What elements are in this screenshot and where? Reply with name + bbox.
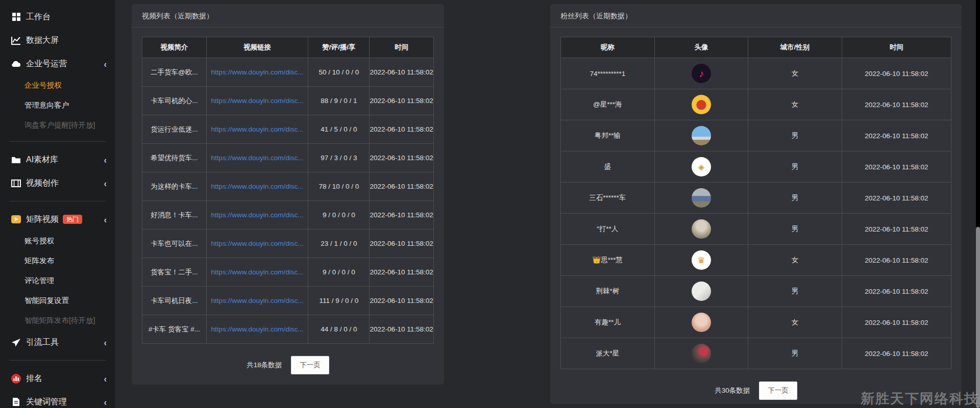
- video-link[interactable]: https://www.douyin.com/disc...: [211, 97, 304, 105]
- sidebar-subitem-smart-matrix-publish: 智能矩阵发布[待开放]: [0, 311, 115, 330]
- chart-icon: [11, 36, 21, 45]
- table-row: 卡车司机的心... https://www.douyin.com/disc...…: [142, 87, 434, 115]
- chevron-left-icon: ‹: [104, 215, 106, 224]
- col-video-link: 视频链接: [206, 37, 308, 58]
- table-row: 盛 男 2022-06-10 11:58:02: [561, 151, 951, 183]
- sidebar-subitem-inquiry-reminder: 询盘客户提醒[待开放]: [0, 115, 115, 135]
- video-table: 视频简介 视频链接 赞/评/播/享 时间 二手货车@欧... https://w…: [142, 37, 434, 344]
- table-row: 👑思***慧 女 2022-06-10 11:58:02: [561, 245, 951, 276]
- divider: [9, 141, 106, 142]
- table-row: 派大*星 男 2022-06-10 11:58:02: [561, 338, 951, 369]
- sidebar-item-ai-library[interactable]: AI素材库 ‹: [0, 148, 115, 171]
- sidebar-item-label: 视频创作: [26, 178, 59, 189]
- sidebar-item-video-creation[interactable]: 视频创作 ‹: [0, 171, 115, 195]
- col-fan-city-gender: 城市/性别: [748, 37, 842, 58]
- sidebar-item-label: 矩阵视频: [26, 214, 59, 225]
- sidebar-item-label: AI素材库: [26, 155, 58, 165]
- table-row: 二手货车@欧... https://www.douyin.com/disc...…: [142, 58, 434, 87]
- video-link[interactable]: https://www.douyin.com/disc...: [211, 268, 304, 276]
- document-icon: [11, 397, 21, 407]
- sidebar-item-label: 排名: [26, 373, 42, 384]
- chevron-left-icon: ‹: [104, 178, 106, 188]
- avatar: [692, 313, 711, 332]
- table-row: 74*********1 女 2022-06-10 11:58:02: [561, 58, 951, 89]
- col-fan-nick: 昵称: [561, 37, 655, 58]
- col-fan-avatar: 头像: [654, 37, 748, 58]
- avatar: [692, 126, 711, 145]
- sidebar-item-traffic-tools[interactable]: 引流工具 ‹: [0, 330, 115, 354]
- sidebar-subitem-smart-reply[interactable]: 智能回复设置: [0, 291, 115, 311]
- table-row: 有趣**儿 女 2022-06-10 11:58:02: [561, 307, 951, 338]
- table-row: @星***海 女 2022-06-10 11:58:02: [561, 89, 951, 120]
- sidebar-subitem-account-auth[interactable]: 账号授权: [0, 231, 115, 251]
- sidebar-item-label: 数据大屏: [26, 35, 59, 46]
- grid-icon: [11, 12, 21, 22]
- video-link[interactable]: https://www.douyin.com/disc...: [211, 154, 304, 162]
- sidebar-subitem-comment-manage[interactable]: 评论管理: [0, 271, 115, 291]
- sidebar-item-matrix-video[interactable]: 矩阵视频 热门 ‹: [0, 208, 115, 231]
- avatar: [692, 282, 711, 301]
- sidebar-item-label: 关键词管理: [26, 397, 67, 407]
- video-link[interactable]: https://www.douyin.com/disc...: [211, 325, 304, 333]
- col-fan-time: 时间: [842, 37, 951, 58]
- video-link[interactable]: https://www.douyin.com/disc...: [211, 240, 304, 247]
- fan-table-header: 昵称 头像 城市/性别 时间: [561, 37, 951, 58]
- sidebar-item-label: 企业号运营: [26, 59, 67, 69]
- sidebar-subitem-manage-intent-customers[interactable]: 管理意向客户: [0, 95, 115, 115]
- sidebar-item-ranking[interactable]: 排名 ‹: [0, 367, 115, 390]
- video-link[interactable]: https://www.douyin.com/disc...: [211, 183, 304, 190]
- avatar: [692, 157, 711, 176]
- table-row: 粤邦**输 男 2022-06-10 11:58:02: [561, 120, 951, 151]
- hot-badge: 热门: [63, 215, 82, 224]
- fan-list-title: 粉丝列表（近期数据）: [550, 4, 962, 28]
- video-list-card: 视频列表（近期数据） 视频简介 视频链接 赞/评/播/享 时间 二手货车@欧..…: [132, 4, 444, 385]
- table-row: 希望优待货车... https://www.douyin.com/disc...…: [142, 144, 434, 172]
- fan-total-count: 共30条数据: [715, 387, 750, 394]
- chevron-left-icon: ‹: [104, 59, 106, 69]
- sidebar-item-enterprise[interactable]: 企业号运营 ‹: [0, 52, 115, 75]
- divider: [9, 360, 106, 361]
- chevron-left-icon: ‹: [104, 397, 106, 407]
- video-link[interactable]: https://www.douyin.com/disc...: [211, 68, 304, 76]
- table-row: 为这样的卡车... https://www.douyin.com/disc...…: [142, 172, 434, 201]
- table-row: 荆棘*树 男 2022-06-10 11:58:02: [561, 276, 951, 307]
- avatar: [692, 219, 711, 239]
- avatar: [692, 250, 711, 270]
- video-next-page-button[interactable]: 下一页: [291, 356, 329, 374]
- sidebar-subitem-matrix-publish[interactable]: 矩阵发布: [0, 251, 115, 271]
- avatar: [692, 95, 711, 114]
- sidebar: 工作台 数据大屏 企业号运营 ‹ 企业号授权 管理意向客户 询盘客户提醒[待开放…: [0, 0, 115, 408]
- sidebar-item-label: 工作台: [26, 12, 51, 22]
- video-list-title: 视频列表（近期数据）: [132, 4, 444, 28]
- table-row: #卡车 货客宝 #... https://www.douyin.com/disc…: [142, 315, 434, 344]
- video-total-count: 共18条数据: [247, 361, 282, 369]
- chevron-left-icon: ‹: [104, 338, 106, 347]
- sidebar-item-keyword-manage[interactable]: 关键词管理 ‹: [0, 390, 115, 408]
- vertical-scrollbar-thumb[interactable]: [976, 227, 980, 408]
- sidebar-item-label: 引流工具: [26, 337, 59, 348]
- fan-next-page-button[interactable]: 下一页: [759, 381, 797, 400]
- fan-list-card: 粉丝列表（近期数据） 昵称 头像 城市/性别 时间 74*********1: [550, 4, 962, 404]
- sidebar-item-datascreen[interactable]: 数据大屏: [0, 29, 115, 52]
- video-table-header: 视频简介 视频链接 赞/评/播/享 时间: [142, 37, 434, 58]
- col-video-time: 时间: [370, 37, 434, 58]
- play-icon: [11, 215, 21, 224]
- folder-icon: [11, 155, 21, 165]
- video-link[interactable]: https://www.douyin.com/disc...: [211, 297, 304, 304]
- table-row: “打**人 男 2022-06-10 11:58:02: [561, 214, 951, 245]
- ranking-icon: [11, 374, 21, 384]
- chevron-left-icon: ‹: [104, 155, 106, 165]
- chevron-left-icon: ‹: [104, 374, 106, 384]
- sidebar-item-workbench[interactable]: 工作台: [0, 5, 115, 29]
- table-row: 货运行业低迷... https://www.douyin.com/disc...…: [142, 115, 434, 144]
- fan-table: 昵称 头像 城市/性别 时间 74*********1 女 2022-06-10…: [560, 37, 951, 369]
- video-link[interactable]: https://www.douyin.com/disc...: [211, 125, 304, 133]
- table-row: 三石******车 男 2022-06-10 11:58:02: [561, 183, 951, 214]
- divider: [9, 201, 106, 201]
- main-content: 视频列表（近期数据） 视频简介 视频链接 赞/评/播/享 时间 二手货车@欧..…: [115, 0, 962, 408]
- avatar: [692, 64, 711, 83]
- paper-plane-icon: [11, 338, 21, 347]
- sidebar-subitem-enterprise-auth[interactable]: 企业号授权: [0, 75, 115, 95]
- video-link[interactable]: https://www.douyin.com/disc...: [211, 211, 304, 219]
- table-row: 卡车也可以在... https://www.douyin.com/disc...…: [142, 230, 434, 258]
